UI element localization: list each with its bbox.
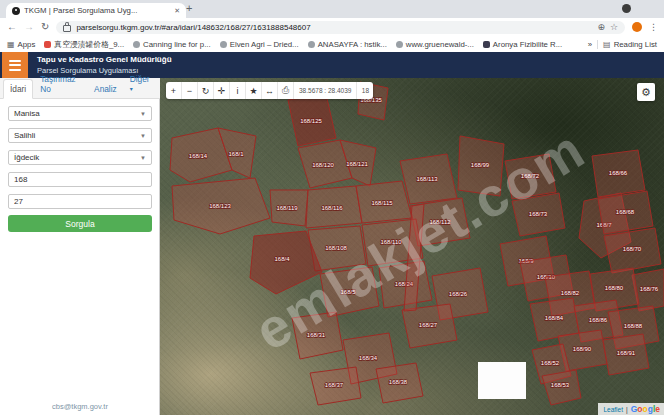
tab-tasinmaz-no[interactable]: Taşınmaz No xyxy=(34,70,87,98)
new-tab-button[interactable]: + xyxy=(186,2,192,14)
zoom-out-icon[interactable]: − xyxy=(182,82,198,99)
parcel-label: 168/31 xyxy=(307,332,326,338)
install-app-icon[interactable]: ⊕ xyxy=(597,22,605,32)
tab-diger-label: Diğer xyxy=(130,74,150,84)
district-select[interactable]: Salihli ▼ xyxy=(8,128,152,143)
tab-idari[interactable]: İdari xyxy=(3,79,33,99)
chevron-down-icon: ▼ xyxy=(140,133,146,139)
parcel-label: 168/115 xyxy=(371,200,393,206)
map-toolbar: +−↻✛i★↔⎙ 38.5678 : 28.4039 18 xyxy=(166,82,373,99)
parcel-label: 168/121 xyxy=(346,161,368,167)
bookmark-favicon-icon xyxy=(483,41,490,48)
ada-field-wrap xyxy=(8,172,152,187)
reading-list-button[interactable]: ▤ Reading List xyxy=(603,40,657,49)
district-value: Salihli xyxy=(14,131,35,140)
map-settings-button[interactable]: ⚙ xyxy=(637,83,655,101)
parcel-label: 168/108 xyxy=(325,245,347,251)
attribution-separator: | xyxy=(626,406,628,413)
neighborhood-select[interactable]: İğdecik ▼ xyxy=(8,150,152,165)
refresh-icon[interactable]: ↻ xyxy=(198,82,214,99)
parcel-label: 168/119 xyxy=(276,205,298,211)
parcel-label: 168/27 xyxy=(419,322,438,328)
province-value: Manisa xyxy=(14,109,40,118)
google-logo-letter: e xyxy=(655,404,660,414)
bookmark-label: 真空浸渍罐价格_9... xyxy=(54,39,124,50)
tab-diger[interactable]: Diğer ▾ xyxy=(124,70,157,98)
bookmark-label: Elven Agri – Dried... xyxy=(230,40,299,49)
chrome-menu-icon[interactable]: ⋮ xyxy=(649,22,657,32)
parcel-label: 168/72 xyxy=(521,173,540,179)
parcel-label: 168/88 xyxy=(624,323,643,329)
print-icon[interactable]: ⎙ xyxy=(278,82,294,99)
sorgula-button[interactable]: Sorgula xyxy=(8,215,152,232)
favorites-icon[interactable]: ★ xyxy=(246,82,262,99)
chevron-down-icon: ▼ xyxy=(140,111,146,117)
zoom-in-icon[interactable]: + xyxy=(166,82,182,99)
parcel-label: 168/14 xyxy=(189,153,208,159)
bookmark-label: Canning line for p... xyxy=(143,40,211,49)
apps-grid-icon: ▦ xyxy=(7,40,15,49)
parcel-label: 168/112 xyxy=(429,219,451,225)
parcel-label: 168/91 xyxy=(617,350,636,356)
profile-avatar[interactable] xyxy=(632,22,642,32)
url-text[interactable]: parselsorgu.tkgm.gov.tr/#ara/idari/14863… xyxy=(76,23,592,32)
coordinates-readout: 38.5678 : 28.4039 xyxy=(294,82,357,99)
parcel-label: 168/123 xyxy=(209,203,231,209)
reading-list-icon: ▤ xyxy=(603,40,611,49)
ada-input[interactable] xyxy=(14,175,146,184)
bookmark-favicon-icon xyxy=(44,41,51,48)
bookmark-label: Aronya Fizibilite R... xyxy=(493,40,562,49)
contact-email-link[interactable]: cbs@tkgm.gov.tr xyxy=(0,402,160,411)
parcel-label: 168/113 xyxy=(416,176,438,182)
hamburger-menu-icon[interactable] xyxy=(2,52,28,78)
bookmark-favicon-icon xyxy=(396,41,403,48)
parsel-input[interactable] xyxy=(14,197,146,206)
tkgm-favicon-icon xyxy=(12,7,20,15)
reload-icon[interactable]: ↻ xyxy=(41,22,49,32)
parcel-label: 168/66 xyxy=(609,170,628,176)
map-canvas[interactable]: 168/135168/125168/14168/1168/120168/1211… xyxy=(160,78,664,415)
bookmark-item[interactable]: Aronya Fizibilite R... xyxy=(483,40,562,49)
tab-analiz[interactable]: Analiz xyxy=(88,80,123,98)
chevron-down-icon: ▼ xyxy=(140,155,146,161)
back-icon[interactable]: ← xyxy=(7,22,17,32)
info-icon[interactable]: i xyxy=(230,82,246,99)
query-sidebar: Manisa ▼ Salihli ▼ İğdecik ▼ Sorgula cbs… xyxy=(0,99,160,415)
bookmark-item[interactable]: Canning line for p... xyxy=(133,40,211,49)
parcel-label: 168/38 xyxy=(389,379,408,385)
query-tabs: İdari Taşınmaz No Analiz Diğer ▾ xyxy=(0,78,160,99)
parcel-overlay: 168/135168/125168/14168/1168/120168/1211… xyxy=(160,78,664,415)
province-select[interactable]: Manisa ▼ xyxy=(8,106,152,121)
forward-icon[interactable]: → xyxy=(24,22,34,32)
tab-close-icon[interactable]: ✕ xyxy=(174,7,180,15)
measure-icon[interactable]: ↔ xyxy=(262,82,278,99)
bookmark-item[interactable]: 真空浸渍罐价格_9... xyxy=(44,39,124,50)
browser-tab[interactable]: TKGM | Parsel Sorgulama Uyg... ✕ xyxy=(6,3,186,18)
parsel-field-wrap xyxy=(8,194,152,209)
apps-shortcut[interactable]: ▦ Apps xyxy=(7,40,35,49)
bookmark-item[interactable]: www.gruenewald-... xyxy=(396,40,474,49)
bookmarks-overflow-icon[interactable]: » xyxy=(588,40,592,49)
neighborhood-value: İğdecik xyxy=(14,153,39,162)
bookmark-star-icon[interactable]: ☆ xyxy=(610,22,618,32)
bookmark-item[interactable]: ANASAYFA : hstik... xyxy=(308,40,387,49)
blank-overlay-box xyxy=(478,362,526,399)
parcel-label: 168/110 xyxy=(380,239,402,245)
window-control-icon[interactable] xyxy=(622,4,631,13)
chevron-down-icon: ▾ xyxy=(130,86,133,92)
address-bar[interactable]: parselsorgu.tkgm.gov.tr/#ara/idari/14863… xyxy=(56,21,625,34)
pan-icon[interactable]: ✛ xyxy=(214,82,230,99)
bookmark-item[interactable]: Elven Agri – Dried... xyxy=(220,40,299,49)
zoom-level-readout: 18 xyxy=(357,82,373,99)
divider xyxy=(597,40,598,49)
parcel-label: 168/86 xyxy=(589,317,608,323)
parcel-label: 168/80 xyxy=(605,285,624,291)
google-logo: Google xyxy=(631,404,660,414)
gear-icon: ⚙ xyxy=(641,86,651,99)
bookmark-favicon-icon xyxy=(133,41,140,48)
parcel-label: 168/90 xyxy=(573,346,592,352)
leaflet-link[interactable]: Leaflet xyxy=(603,406,623,413)
parcel-label: 168/99 xyxy=(471,162,490,168)
parcel-label: 168/125 xyxy=(300,118,322,124)
lock-icon xyxy=(63,25,71,32)
